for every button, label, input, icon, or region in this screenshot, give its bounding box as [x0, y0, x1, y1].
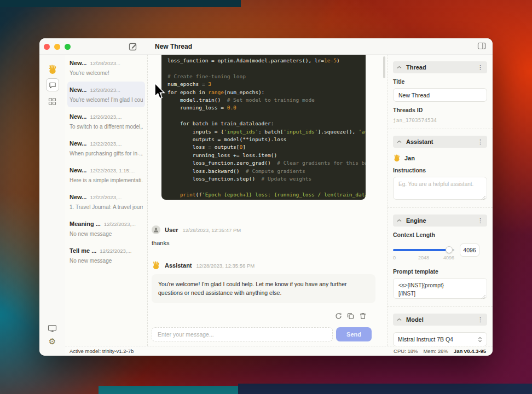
thread-item-date: 12/22/2023,...	[90, 194, 122, 200]
wave-hand-icon	[393, 154, 401, 162]
assistant-message-bubble: You're welcome! I'm glad I could help. L…	[152, 274, 375, 303]
wave-hand-icon	[48, 65, 57, 74]
mem-status: Mem: 28%	[423, 348, 448, 354]
section-menu-icon[interactable]: ⋮	[477, 316, 483, 323]
composer: Send	[152, 327, 387, 341]
message-user-header: User 12/28/2023, 12:35:47 PM	[152, 225, 387, 234]
thread-item-date: 12/28/2023...	[90, 60, 120, 66]
section-title: Assistant	[406, 138, 473, 145]
slider-tick: 2048	[418, 255, 429, 260]
section-menu-icon[interactable]: ⋮	[477, 138, 483, 146]
delete-button[interactable]	[358, 311, 367, 321]
send-button[interactable]: Send	[336, 327, 372, 341]
thread-title-input[interactable]	[393, 88, 487, 102]
message-actions	[148, 311, 367, 321]
rail-item-settings[interactable]: ⚙	[39, 337, 65, 345]
thread-list-item[interactable]: New...12/22/2023,...When purchasing gift…	[67, 135, 145, 161]
assistant-section: Assistant ⋮	[388, 129, 493, 208]
thread-list-item[interactable]: New...12/22/2023, 1:15:...Here is a simp…	[67, 162, 145, 188]
resize-handle-icon[interactable]	[482, 295, 485, 299]
code-block: loss_function = optim.Adam(model.paramet…	[161, 55, 366, 200]
thread-list-item[interactable]: Tell me ...12/22/2023,...No new message	[67, 242, 145, 268]
user-avatar-icon	[152, 225, 160, 234]
rail-item-hub[interactable]	[39, 97, 65, 106]
thread-item-title: New...	[70, 140, 86, 147]
context-length-label: Context Length	[393, 231, 487, 238]
thread-list-item[interactable]: New...12/28/2023...You're welcome! I'm g…	[67, 82, 145, 107]
minimize-button[interactable]	[54, 44, 60, 50]
context-length-value[interactable]: 4096	[460, 244, 479, 257]
grid-icon	[48, 97, 56, 106]
threads-id-label: Threads ID	[393, 107, 487, 113]
section-title: Model	[406, 316, 473, 323]
resize-handle-icon[interactable]	[482, 196, 485, 200]
slider-thumb[interactable]	[446, 246, 453, 253]
thread-item-preview: To switch to a different model,...	[70, 124, 143, 130]
regenerate-button[interactable]	[334, 311, 343, 321]
thread-list-item[interactable]: Meaning ...12/22/2023,...No new message	[67, 216, 145, 241]
thread-item-title: Meaning ...	[70, 221, 101, 227]
model-select[interactable]: Mistral Instruct 7B Q4	[393, 332, 487, 346]
thread-section-header[interactable]: Thread ⋮	[393, 61, 487, 73]
message-assistant-header: Assistant 12/28/2023, 12:35:56 PM	[152, 261, 387, 270]
assistant-section-header[interactable]: Assistant ⋮	[393, 136, 487, 148]
compose-icon	[128, 42, 139, 51]
wallpaper-strip	[0, 0, 241, 7]
model-section-header[interactable]: Model ⋮	[393, 314, 487, 326]
chevron-up-icon	[397, 66, 402, 69]
new-thread-button[interactable]	[128, 42, 139, 53]
panel-toggle-button[interactable]	[477, 42, 487, 51]
rail-item-home[interactable]	[39, 65, 65, 74]
thread-title-label: Title	[393, 78, 487, 85]
chevron-up-icon	[397, 140, 402, 143]
context-length-slider[interactable]: 0 2048 4096	[393, 246, 454, 254]
active-model-status: Active model: trinity-v1.2-7b	[70, 348, 134, 354]
thread-item-date: 12/26/2023,...	[90, 114, 122, 120]
engine-section-header[interactable]: Engine ⋮	[393, 215, 487, 227]
nav-rail: ⚙	[39, 55, 65, 356]
message-role: User	[165, 227, 178, 233]
chevron-up-icon	[397, 318, 402, 321]
model-select-value: Mistral Instruct 7B Q4	[398, 336, 475, 343]
thread-item-preview: When purchasing gifts for in-...	[70, 150, 143, 157]
gear-icon: ⚙	[49, 337, 56, 345]
rail-item-chat[interactable]	[39, 78, 65, 91]
status-bar: Active model: trinity-v1.2-7b CPU: 18% M…	[65, 346, 493, 356]
close-button[interactable]	[44, 44, 50, 50]
trash-icon	[360, 312, 366, 320]
rail-item-system-monitor[interactable]	[39, 325, 65, 333]
copy-button[interactable]	[346, 311, 355, 321]
sidebar-toggle-icon	[477, 42, 487, 50]
message-timestamp: 12/28/2023, 12:35:56 PM	[196, 263, 255, 269]
thread-list-item[interactable]: New...12/28/2023...You're welcome!	[67, 55, 145, 80]
wallpaper-strip	[99, 386, 238, 394]
thread-section: Thread ⋮ Title Threads ID jan_1703574534	[388, 55, 493, 129]
prompt-template-textarea[interactable]: <s>[INST]{prompt} [/INST]	[393, 278, 487, 299]
regenerate-icon	[335, 312, 342, 320]
thread-list-item[interactable]: New...12/22/2023,...1. Travel Journal: A…	[67, 189, 145, 215]
monitor-icon	[48, 325, 57, 333]
section-title: Engine	[406, 217, 473, 224]
message-input[interactable]	[152, 327, 333, 341]
app-version: Jan v0.4.3-95	[454, 348, 486, 354]
user-message-text: thanks	[152, 240, 387, 246]
instructions-textarea[interactable]	[393, 177, 487, 200]
chat-scrollbar[interactable]	[383, 56, 385, 78]
threads-id-value: jan_1703574534	[393, 117, 487, 123]
section-menu-icon[interactable]: ⋮	[477, 64, 483, 71]
thread-item-title: New...	[70, 113, 86, 120]
thread-list-item[interactable]: New...12/26/2023,...To switch to a diffe…	[67, 108, 145, 134]
wallpaper-strip	[238, 384, 532, 394]
window-title: New Thread	[155, 43, 192, 50]
section-menu-icon[interactable]: ⋮	[477, 217, 483, 224]
thread-item-preview: 1. Travel Journal: A travel journ...	[70, 204, 143, 210]
assistant-wave-icon	[152, 261, 160, 270]
message-role: Assistant	[165, 262, 192, 269]
engine-section: Engine ⋮ Context Length 0 2048 4096 4096…	[388, 208, 493, 307]
right-panel: Thread ⋮ Title Threads ID jan_1703574534…	[387, 55, 493, 346]
assistant-identity: Jan	[393, 154, 487, 162]
prompt-template-label: Prompt template	[393, 268, 487, 275]
zoom-button[interactable]	[65, 44, 71, 50]
thread-item-title: New...	[70, 60, 86, 66]
thread-item-preview: Here is a simple implementati...	[70, 177, 143, 183]
